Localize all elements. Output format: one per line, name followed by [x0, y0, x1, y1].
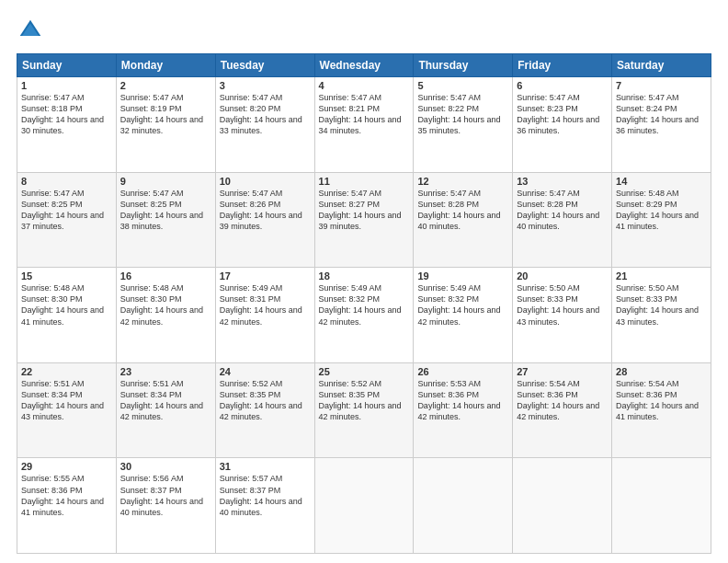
cell-day-number: 17	[220, 270, 311, 282]
week-row-3: 15 Sunrise: 5:48 AMSunset: 8:30 PMDaylig…	[17, 268, 711, 363]
cell-day-number: 9	[120, 176, 211, 187]
calendar-cell: 4 Sunrise: 5:47 AMSunset: 8:21 PMDayligh…	[314, 77, 414, 173]
calendar-cell: 12 Sunrise: 5:47 AMSunset: 8:28 PMDaylig…	[414, 172, 513, 268]
cell-info: Sunrise: 5:57 AMSunset: 8:37 PMDaylight:…	[220, 473, 311, 518]
cell-day-number: 26	[417, 366, 508, 377]
cell-info: Sunrise: 5:49 AMSunset: 8:32 PMDaylight:…	[319, 282, 410, 327]
weekday-header-thursday: Thursday	[414, 54, 513, 77]
header	[17, 17, 711, 44]
cell-info: Sunrise: 5:55 AMSunset: 8:36 PMDaylight:…	[21, 473, 112, 518]
cell-info: Sunrise: 5:48 AMSunset: 8:30 PMDaylight:…	[21, 282, 112, 327]
cell-day-number: 5	[417, 80, 508, 91]
cell-day-number: 20	[517, 270, 608, 282]
calendar-table: SundayMondayTuesdayWednesdayThursdayFrid…	[17, 53, 711, 554]
cell-day-number: 31	[220, 461, 311, 472]
cell-day-number: 3	[220, 80, 311, 91]
cell-info: Sunrise: 5:47 AMSunset: 8:24 PMDaylight:…	[616, 92, 707, 137]
cell-day-number: 21	[616, 270, 707, 282]
cell-day-number: 15	[21, 270, 112, 282]
cell-info: Sunrise: 5:47 AMSunset: 8:26 PMDaylight:…	[220, 188, 311, 233]
calendar-cell: 30 Sunrise: 5:56 AMSunset: 8:37 PMDaylig…	[116, 458, 215, 554]
weekday-header-row: SundayMondayTuesdayWednesdayThursdayFrid…	[17, 54, 711, 77]
weekday-header-tuesday: Tuesday	[215, 54, 314, 77]
calendar-cell: 26 Sunrise: 5:53 AMSunset: 8:36 PMDaylig…	[414, 362, 513, 458]
weekday-header-saturday: Saturday	[612, 54, 711, 77]
cell-info: Sunrise: 5:47 AMSunset: 8:23 PMDaylight:…	[517, 92, 608, 137]
cell-day-number: 14	[616, 176, 707, 187]
logo-icon	[17, 17, 44, 44]
cell-info: Sunrise: 5:49 AMSunset: 8:31 PMDaylight:…	[220, 282, 311, 327]
calendar-cell: 6 Sunrise: 5:47 AMSunset: 8:23 PMDayligh…	[513, 77, 612, 173]
calendar-cell: 2 Sunrise: 5:47 AMSunset: 8:19 PMDayligh…	[116, 77, 215, 173]
weekday-header-monday: Monday	[116, 54, 215, 77]
calendar-cell: 8 Sunrise: 5:47 AMSunset: 8:25 PMDayligh…	[17, 172, 117, 268]
cell-info: Sunrise: 5:52 AMSunset: 8:35 PMDaylight:…	[319, 378, 410, 423]
cell-info: Sunrise: 5:54 AMSunset: 8:36 PMDaylight:…	[517, 378, 608, 423]
week-row-5: 29 Sunrise: 5:55 AMSunset: 8:36 PMDaylig…	[17, 458, 711, 554]
calendar-cell: 20 Sunrise: 5:50 AMSunset: 8:33 PMDaylig…	[513, 268, 612, 363]
cell-day-number: 6	[517, 80, 608, 91]
cell-info: Sunrise: 5:47 AMSunset: 8:22 PMDaylight:…	[417, 92, 508, 137]
cell-info: Sunrise: 5:47 AMSunset: 8:20 PMDaylight:…	[220, 92, 311, 137]
cell-day-number: 8	[21, 176, 112, 187]
cell-day-number: 12	[417, 176, 508, 187]
page: SundayMondayTuesdayWednesdayThursdayFrid…	[0, 0, 728, 563]
calendar-cell: 27 Sunrise: 5:54 AMSunset: 8:36 PMDaylig…	[513, 362, 612, 458]
calendar-cell: 31 Sunrise: 5:57 AMSunset: 8:37 PMDaylig…	[215, 458, 314, 554]
cell-day-number: 18	[319, 270, 410, 282]
cell-info: Sunrise: 5:51 AMSunset: 8:34 PMDaylight:…	[120, 378, 211, 423]
cell-info: Sunrise: 5:54 AMSunset: 8:36 PMDaylight:…	[616, 378, 707, 423]
calendar-cell: 7 Sunrise: 5:47 AMSunset: 8:24 PMDayligh…	[612, 77, 711, 173]
cell-day-number: 19	[417, 270, 508, 282]
calendar-cell: 29 Sunrise: 5:55 AMSunset: 8:36 PMDaylig…	[17, 458, 117, 554]
calendar-cell	[612, 458, 711, 554]
cell-info: Sunrise: 5:47 AMSunset: 8:18 PMDaylight:…	[21, 92, 112, 137]
cell-day-number: 27	[517, 366, 608, 377]
calendar-cell: 23 Sunrise: 5:51 AMSunset: 8:34 PMDaylig…	[116, 362, 215, 458]
weekday-header-friday: Friday	[513, 54, 612, 77]
cell-info: Sunrise: 5:47 AMSunset: 8:27 PMDaylight:…	[319, 188, 410, 233]
calendar-cell: 3 Sunrise: 5:47 AMSunset: 8:20 PMDayligh…	[215, 77, 314, 173]
calendar-cell: 24 Sunrise: 5:52 AMSunset: 8:35 PMDaylig…	[215, 362, 314, 458]
week-row-2: 8 Sunrise: 5:47 AMSunset: 8:25 PMDayligh…	[17, 172, 711, 268]
cell-day-number: 22	[21, 366, 112, 377]
calendar-cell	[513, 458, 612, 554]
cell-info: Sunrise: 5:50 AMSunset: 8:33 PMDaylight:…	[517, 282, 608, 327]
calendar-cell	[414, 458, 513, 554]
cell-day-number: 16	[120, 270, 211, 282]
cell-day-number: 2	[120, 80, 211, 91]
calendar-cell: 14 Sunrise: 5:48 AMSunset: 8:29 PMDaylig…	[612, 172, 711, 268]
cell-day-number: 23	[120, 366, 211, 377]
cell-info: Sunrise: 5:48 AMSunset: 8:29 PMDaylight:…	[616, 188, 707, 233]
cell-info: Sunrise: 5:48 AMSunset: 8:30 PMDaylight:…	[120, 282, 211, 327]
cell-day-number: 29	[21, 461, 112, 472]
cell-day-number: 1	[21, 80, 112, 91]
calendar-cell: 17 Sunrise: 5:49 AMSunset: 8:31 PMDaylig…	[215, 268, 314, 363]
calendar-cell: 28 Sunrise: 5:54 AMSunset: 8:36 PMDaylig…	[612, 362, 711, 458]
week-row-4: 22 Sunrise: 5:51 AMSunset: 8:34 PMDaylig…	[17, 362, 711, 458]
calendar-cell: 18 Sunrise: 5:49 AMSunset: 8:32 PMDaylig…	[314, 268, 414, 363]
cell-day-number: 28	[616, 366, 707, 377]
cell-info: Sunrise: 5:47 AMSunset: 8:28 PMDaylight:…	[517, 188, 608, 233]
calendar-cell: 16 Sunrise: 5:48 AMSunset: 8:30 PMDaylig…	[116, 268, 215, 363]
calendar-cell	[314, 458, 414, 554]
week-row-1: 1 Sunrise: 5:47 AMSunset: 8:18 PMDayligh…	[17, 77, 711, 173]
calendar-cell: 11 Sunrise: 5:47 AMSunset: 8:27 PMDaylig…	[314, 172, 414, 268]
weekday-header-wednesday: Wednesday	[314, 54, 414, 77]
cell-day-number: 25	[319, 366, 410, 377]
weekday-header-sunday: Sunday	[17, 54, 117, 77]
cell-info: Sunrise: 5:51 AMSunset: 8:34 PMDaylight:…	[21, 378, 112, 423]
cell-info: Sunrise: 5:47 AMSunset: 8:25 PMDaylight:…	[120, 188, 211, 233]
cell-info: Sunrise: 5:47 AMSunset: 8:21 PMDaylight:…	[319, 92, 410, 137]
cell-info: Sunrise: 5:47 AMSunset: 8:28 PMDaylight:…	[417, 188, 508, 233]
cell-info: Sunrise: 5:56 AMSunset: 8:37 PMDaylight:…	[120, 473, 211, 518]
cell-info: Sunrise: 5:47 AMSunset: 8:19 PMDaylight:…	[120, 92, 211, 137]
calendar-cell: 19 Sunrise: 5:49 AMSunset: 8:32 PMDaylig…	[414, 268, 513, 363]
cell-info: Sunrise: 5:53 AMSunset: 8:36 PMDaylight:…	[417, 378, 508, 423]
calendar-cell: 13 Sunrise: 5:47 AMSunset: 8:28 PMDaylig…	[513, 172, 612, 268]
cell-day-number: 30	[120, 461, 211, 472]
cell-day-number: 10	[220, 176, 311, 187]
cell-info: Sunrise: 5:49 AMSunset: 8:32 PMDaylight:…	[417, 282, 508, 327]
cell-info: Sunrise: 5:52 AMSunset: 8:35 PMDaylight:…	[220, 378, 311, 423]
calendar-cell: 21 Sunrise: 5:50 AMSunset: 8:33 PMDaylig…	[612, 268, 711, 363]
